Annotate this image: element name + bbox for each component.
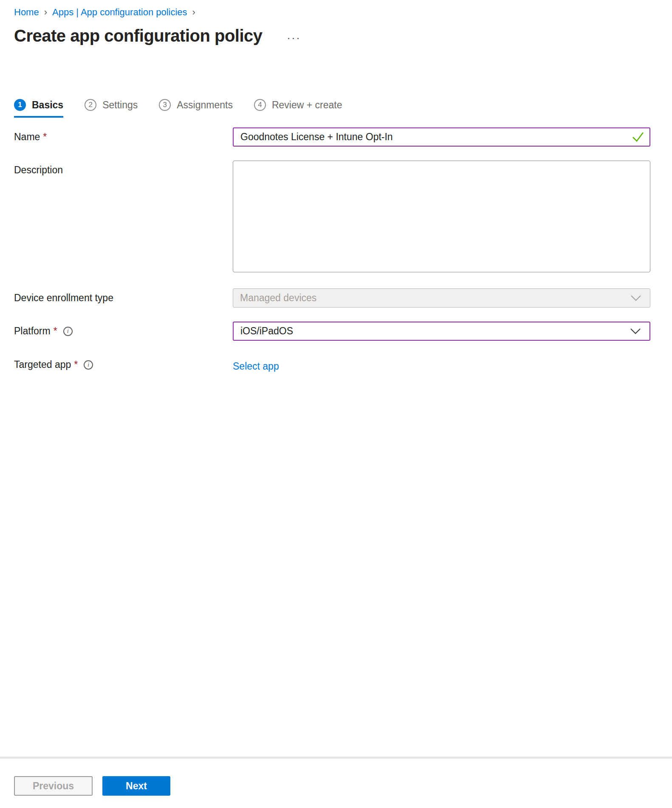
more-options-icon[interactable]: ··· [287,32,301,45]
tab-review-create[interactable]: 4 Review + create [254,99,342,118]
breadcrumb-link-app-configuration-policies[interactable]: Apps | App configuration policies [52,6,187,19]
dropdown-selected-value: iOS/iPadOS [240,325,630,337]
next-button[interactable]: Next [102,776,170,796]
page-title: Create app configuration policy [14,26,263,45]
chevron-right-icon: › [192,6,195,19]
device-enrollment-type-label: Device enrollment type [14,288,233,304]
chevron-right-icon: › [44,6,47,19]
required-asterisk: * [54,325,57,337]
platform-dropdown[interactable]: iOS/iPadOS [233,322,650,341]
label-text: Device enrollment type [14,292,113,304]
description-textarea[interactable] [233,161,650,272]
wizard-footer: Previous Next [14,776,170,796]
tab-label: Assignments [177,99,233,111]
info-icon[interactable]: i [84,360,93,370]
label-text: Targeted app [14,359,71,370]
description-label: Description [14,161,233,176]
dropdown-selected-value: Managed devices [240,292,630,304]
step-number-badge: 1 [14,99,26,111]
create-app-configuration-policy-page: Home › Apps | App configuration policies… [0,0,672,808]
breadcrumb: Home › Apps | App configuration policies… [14,6,658,19]
tab-label: Review + create [272,99,342,111]
device-enrollment-type-dropdown[interactable]: Managed devices [233,288,650,308]
tab-basics[interactable]: 1 Basics [14,99,63,118]
required-asterisk: * [43,131,47,143]
step-number-badge: 4 [254,99,266,111]
tab-label: Settings [102,99,138,111]
targeted-app-label: Targeted app * i [14,355,233,370]
tab-settings[interactable]: 2 Settings [85,99,138,118]
label-text: Name [14,131,40,143]
label-text: Platform [14,325,51,337]
basics-form: Name * Description [14,127,658,372]
chevron-down-icon [630,325,641,337]
wizard-steps: 1 Basics 2 Settings 3 Assignments 4 Revi… [14,99,658,118]
breadcrumb-link-home[interactable]: Home [14,6,39,19]
name-input[interactable] [233,127,650,147]
step-number-badge: 2 [85,99,96,111]
name-label: Name * [14,127,233,143]
info-icon[interactable]: i [63,327,73,336]
tab-label: Basics [32,99,63,111]
platform-label: Platform * i [14,322,233,337]
step-number-badge: 3 [159,99,171,111]
select-app-link[interactable]: Select app [233,355,279,372]
label-text: Description [14,164,63,176]
chevron-down-icon [630,292,641,304]
required-asterisk: * [74,359,78,370]
previous-button[interactable]: Previous [14,776,93,796]
footer-divider [0,757,672,759]
valid-checkmark-icon [632,131,644,144]
tab-assignments[interactable]: 3 Assignments [159,99,233,118]
